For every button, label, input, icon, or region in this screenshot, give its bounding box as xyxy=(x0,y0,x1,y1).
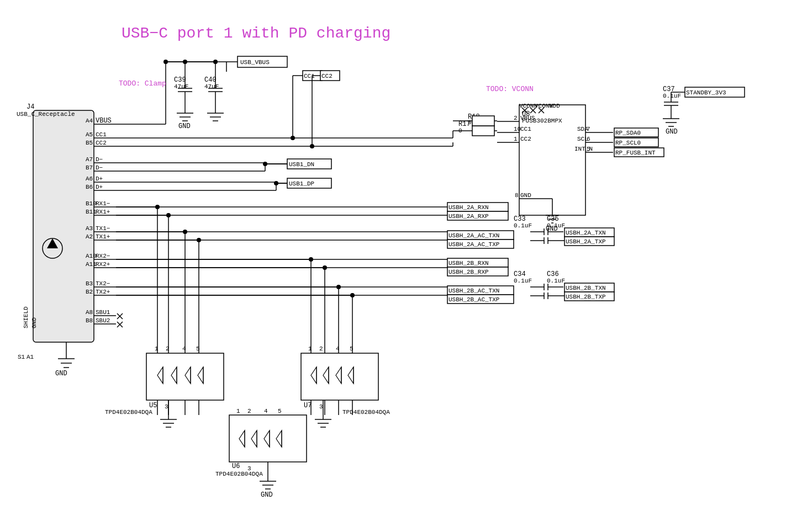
u8-pin1: 1 xyxy=(514,136,518,142)
usbh-2a-actxn-net: USBH_2A_AC_TXN xyxy=(449,232,499,239)
usbh-2b-rxn-net: USBH_2B_RXN xyxy=(449,260,489,267)
u7-value: TPD4E02B04DQA xyxy=(342,409,390,416)
u7-pin1: 1 xyxy=(308,345,312,352)
u6-pin3: 3 xyxy=(247,465,251,472)
pin-cc1-label: CC1 xyxy=(96,131,107,138)
gnd-c39-label: GND xyxy=(178,123,191,130)
u5-pin1: 1 xyxy=(155,345,159,352)
u8-cc1-label: CC1 xyxy=(520,126,531,132)
schematic-title: USB−C port 1 with PD charging xyxy=(122,25,391,42)
u6-pin4: 4 xyxy=(264,408,268,414)
c37-value: 0.1uF xyxy=(663,93,681,99)
svg-point-226 xyxy=(197,238,201,242)
u8-vbus-label: VBUS xyxy=(520,115,535,121)
pin-a3: A3 xyxy=(86,225,93,232)
pin-cc2-label: CC2 xyxy=(96,140,107,146)
u8-pin6: 6 xyxy=(587,136,590,142)
gnd-c37-label: GND xyxy=(666,128,678,136)
usbh-2b-txn-net: USBH_2B_TXN xyxy=(566,285,606,291)
pin-tx2m: TX2− xyxy=(96,280,110,287)
c35-ref: C35 xyxy=(547,215,559,223)
pin-dm-b7: D− xyxy=(96,164,103,171)
svg-point-223 xyxy=(309,257,313,262)
rp-fusb-int-net: RP_FUSB_INT xyxy=(615,150,656,156)
gnd-u6-label: GND xyxy=(261,491,273,499)
usbh-2a-actxp-net: USBH_2A_AC_TXP xyxy=(449,241,500,248)
pin-b5: B5 xyxy=(86,140,93,146)
u5-pin4: 4 xyxy=(182,345,186,352)
svg-point-222 xyxy=(155,205,160,209)
pin-vbus: VBUS xyxy=(96,117,112,125)
rp-scl0-net: RP_SCL0 xyxy=(615,140,641,146)
pin-b2: B2 xyxy=(86,289,93,295)
usbh-2b-actxp-net: USBH_2B_AC_TXP xyxy=(449,296,500,303)
u8-pin8: 8 xyxy=(515,192,519,199)
usbh-2a-txp-net: USBH_2A_TXP xyxy=(566,238,606,245)
c34-ref: C34 xyxy=(514,270,526,278)
rp-sda0-net: RP_SDA0 xyxy=(615,130,641,136)
u5-value: TPD4E02B04DQA xyxy=(105,409,152,416)
pin-b10: B10 xyxy=(86,200,97,207)
usbh-2a-rxp-net: USBH_2A_RXP xyxy=(449,213,489,220)
u6-value: TPD4E02B04DQA xyxy=(215,471,263,477)
usb1-dn-net: USB1_DN xyxy=(289,161,314,168)
usbh-2b-rxp-net: USBH_2B_RXP xyxy=(449,269,489,275)
c36-ref: C36 xyxy=(547,270,559,278)
schematic-view: USB−C port 1 with PD charging J4 USB_C_R… xyxy=(0,0,802,532)
svg-point-71 xyxy=(263,162,267,166)
usb-vbus-net: USB_VBUS xyxy=(240,59,270,66)
svg-rect-112 xyxy=(472,116,494,126)
pin-tx2p: TX2+ xyxy=(96,289,110,295)
pin-a5: A5 xyxy=(86,131,93,138)
pin-tx1m: TX1− xyxy=(96,225,110,232)
pin-a6: A6 xyxy=(86,175,93,182)
r18-value: 0 xyxy=(468,119,472,126)
pin-a2: A2 xyxy=(86,233,93,240)
pin-tx1p: TX1+ xyxy=(96,233,110,240)
svg-rect-109 xyxy=(472,126,494,136)
pin-rx2p: RX2+ xyxy=(96,261,110,268)
u6-pin1: 1 xyxy=(236,408,240,414)
svg-point-56 xyxy=(213,60,218,64)
cc2-net: CC2 xyxy=(321,73,333,79)
pin-b7: B7 xyxy=(86,164,93,171)
svg-point-228 xyxy=(336,285,341,289)
pin-rx1m: RX1− xyxy=(96,200,110,207)
usbh-2a-rxn-net: USBH_2A_RXN xyxy=(449,204,489,211)
pin-a11: A11 xyxy=(86,261,97,268)
u7-pin3: 3 xyxy=(319,403,323,410)
svg-rect-0 xyxy=(33,110,94,342)
pin-dp-a6: D+ xyxy=(96,175,103,182)
usb1-dp-net: USB1_DP xyxy=(289,180,315,187)
u8-vdd: VDD xyxy=(549,103,560,109)
pin-rx2m: RX2− xyxy=(96,253,110,259)
c36-value: 0.1uF xyxy=(547,278,565,284)
c40-ref: C40 xyxy=(204,76,217,84)
shield-label: SHIELD xyxy=(23,306,29,328)
u5-ref: U5 xyxy=(149,402,157,409)
svg-point-120 xyxy=(310,144,314,148)
j4-value: USB_C_Receptacle xyxy=(17,111,75,118)
pin-b3: B3 xyxy=(86,280,93,287)
svg-point-229 xyxy=(350,293,355,297)
pin-b11: B11 xyxy=(86,209,97,215)
todo-vconn: TODO: VCONN xyxy=(486,85,534,93)
usbh-2b-txp-net: USBH_2B_TXP xyxy=(566,294,606,300)
gnd-left-label: GND xyxy=(31,317,38,328)
pin-dp-b6: D+ xyxy=(96,184,103,190)
u6-pin5: 5 xyxy=(278,408,282,414)
pin-sbu2: SBU2 xyxy=(96,317,110,324)
c34-value: 0.1uF xyxy=(514,278,532,284)
u7-pin4: 4 xyxy=(336,345,340,352)
pin-dm-a7: D− xyxy=(96,156,103,163)
u6-pin2: 2 xyxy=(247,408,251,414)
pin-a7: A7 xyxy=(86,156,93,163)
u8-pin10: 10 xyxy=(514,126,521,132)
usbh-2b-actxn-net: USBH_2B_AC_TXN xyxy=(449,288,499,294)
svg-point-55 xyxy=(183,60,187,64)
pin-b6: B6 xyxy=(86,184,93,190)
svg-point-225 xyxy=(183,230,187,234)
u8-gnd-label: GND xyxy=(520,192,531,199)
todo-clamp: TODO: Clamp xyxy=(119,79,166,88)
cc1-net: CC1 xyxy=(304,73,315,79)
